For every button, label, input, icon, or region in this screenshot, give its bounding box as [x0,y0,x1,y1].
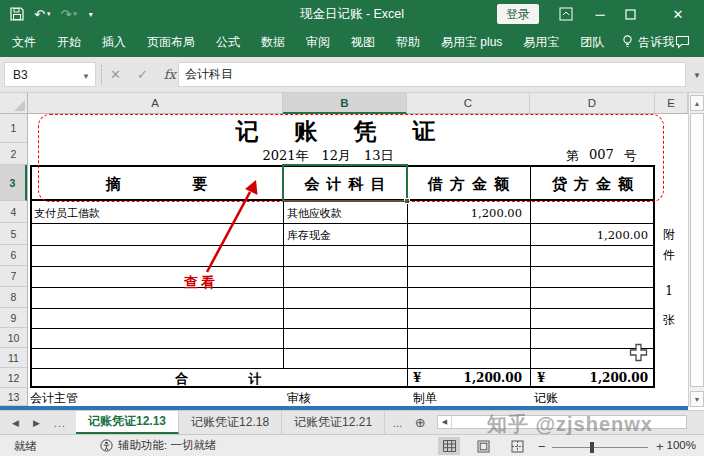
zoom-out-icon[interactable]: − [538,439,546,454]
row-header-4[interactable]: 4 [0,201,27,223]
sheet-tab-记账凭证12.18[interactable]: 记账凭证12.18 [179,411,282,434]
tell-me-control[interactable]: 告诉我 [622,34,674,51]
comments-icon[interactable] [675,35,690,53]
ribbon-tab-审阅[interactable]: 审阅 [306,34,330,51]
column-header-D[interactable]: D [530,93,655,113]
sheet-tab-记账凭证12.21[interactable]: 记账凭证12.21 [282,411,385,434]
ribbon-tabs: 文件开始插入页面布局公式数据审阅视图帮助易用宝 plus易用宝团队 [12,34,604,51]
sheet-tab-记账凭证12.13[interactable]: 记账凭证12.13 [76,411,179,434]
row-header-1[interactable]: 1 [0,114,27,143]
row-header-8[interactable]: 8 [0,287,27,308]
redo-button[interactable]: ↷▾ [60,7,76,22]
sheet-prev-icon[interactable]: ◀ [12,418,19,428]
sheet-next-icon[interactable]: ▶ [33,418,40,428]
attachment-text: 张 [659,312,679,329]
accessibility-label: 辅助功能: 一切就绪 [118,438,216,453]
vertical-scroll-thumb[interactable] [690,113,704,387]
row-header-11[interactable]: 11 [0,348,27,368]
page-layout-view-icon[interactable] [472,437,494,455]
total-debit-amount[interactable]: 1,200.00 [440,371,522,385]
attachment-text: 附 [659,226,679,243]
expand-formula-bar-icon[interactable]: ▼ [693,71,701,80]
customize-qat-button[interactable]: ▾ [87,10,93,19]
zoom-slider-thumb[interactable] [590,442,594,453]
tell-me-label: 告诉我 [638,34,674,51]
vertical-scrollbar[interactable]: ▲ ▼ [688,93,704,407]
ribbon-tab-页面布局[interactable]: 页面布局 [147,34,195,51]
formula-input[interactable]: 会计科目 [178,62,686,87]
normal-view-icon[interactable] [438,437,460,455]
zoom-slider[interactable] [552,447,648,448]
column-header-E[interactable]: E [655,93,688,113]
cancel-entry-icon[interactable]: ✕ [110,67,121,82]
column-header-A[interactable]: A [28,93,283,113]
maximize-button[interactable] [616,0,644,28]
name-box-dropdown-icon[interactable]: ▼ [82,72,90,81]
attachment-text: 1 [659,284,679,298]
row-header-6[interactable]: 6 [0,245,27,266]
footer-记账: 记账 [534,390,558,407]
new-sheet-icon[interactable]: ⊕ [410,411,430,434]
cell-cursor-icon [629,343,648,362]
login-button[interactable]: 登录 [497,4,539,24]
column-header-B[interactable]: B [283,93,407,114]
annotation-arrow [150,165,280,295]
ribbon-display-options-icon[interactable] [552,0,580,28]
status-ready: 就绪 [14,439,37,454]
page-break-view-icon[interactable] [506,437,528,455]
scroll-down-icon[interactable]: ▼ [690,391,704,407]
entry-account-debit[interactable]: 其他应收款 [287,206,342,221]
entry-debit-amount[interactable]: 1,200.00 [407,206,522,220]
zoom-in-icon[interactable]: + [656,439,664,454]
row-headers: 1234567891011121314 [0,114,28,407]
zoom-level[interactable]: 100% [667,439,696,451]
attachment-text: 件 [659,247,679,264]
row-header-3[interactable]: 3 [0,165,27,201]
ribbon-tab-视图[interactable]: 视图 [351,34,375,51]
save-icon[interactable] [10,7,24,21]
lightbulb-icon [622,35,633,51]
footer-制单: 制单 [413,390,437,407]
close-button[interactable]: ✕ [664,0,692,28]
ribbon-tab-数据[interactable]: 数据 [261,34,285,51]
sheet-tabs: 记账凭证12.13记账凭证12.18记账凭证12.21 [76,411,385,434]
ribbon-tab-文件[interactable]: 文件 [12,34,36,51]
row-header-9[interactable]: 9 [0,308,27,328]
excel-window: ↶▾ ↷▾ ▾ 现金日记账 - Excel 登录 ─ ✕ 文件开始插入页面布局公… [0,0,704,456]
scroll-up-icon[interactable]: ▲ [690,95,704,111]
ribbon-tab-插入[interactable]: 插入 [102,34,126,51]
row-header-12[interactable]: 12 [0,368,27,388]
ribbon-tab-易用宝 plus[interactable]: 易用宝 plus [441,34,502,51]
minimize-button[interactable]: ─ [586,0,614,28]
sheet-overflow-left[interactable]: ... [54,417,66,429]
ribbon-tab-bar: 文件开始插入页面布局公式数据审阅视图帮助易用宝 plus易用宝团队 告诉我 [0,28,704,57]
row-header-2[interactable]: 2 [0,143,27,165]
confirm-entry-icon[interactable]: ✓ [137,67,148,82]
sheet-overflow-right[interactable]: ... [385,411,410,434]
ribbon-tab-团队[interactable]: 团队 [580,34,604,51]
entry-credit-amount[interactable]: 1,200.00 [530,228,648,242]
ribbon-tab-开始[interactable]: 开始 [57,34,81,51]
row-header-7[interactable]: 7 [0,266,27,287]
insert-function-icon[interactable]: fx [164,67,176,82]
undo-button[interactable]: ↶▾ [34,7,50,22]
footer-审核: 审核 [287,390,311,407]
row-header-13[interactable]: 13 [0,388,27,406]
select-all-corner[interactable] [0,93,28,114]
entry-summary[interactable]: 支付员工借款 [34,206,100,221]
scroll-left-icon[interactable]: ◀ [438,416,452,428]
name-box[interactable]: B3 ▼ [4,62,96,87]
red-dashed-highlight [38,114,664,202]
total-label[interactable]: 合计 [30,370,407,388]
column-headers: ABCDE [0,93,688,114]
accessibility-status: 辅助功能: 一切就绪 [100,438,216,453]
entry-account-credit[interactable]: 库存现金 [287,228,331,243]
ribbon-tab-公式[interactable]: 公式 [216,34,240,51]
ribbon-tab-易用宝[interactable]: 易用宝 [523,34,559,51]
column-header-C[interactable]: C [407,93,530,113]
ribbon-tab-帮助[interactable]: 帮助 [396,34,420,51]
total-credit-amount[interactable]: 1,200.00 [564,371,648,385]
footer-会计主管: 会计主管 [30,390,78,407]
row-header-5[interactable]: 5 [0,223,27,245]
row-header-10[interactable]: 10 [0,328,27,348]
